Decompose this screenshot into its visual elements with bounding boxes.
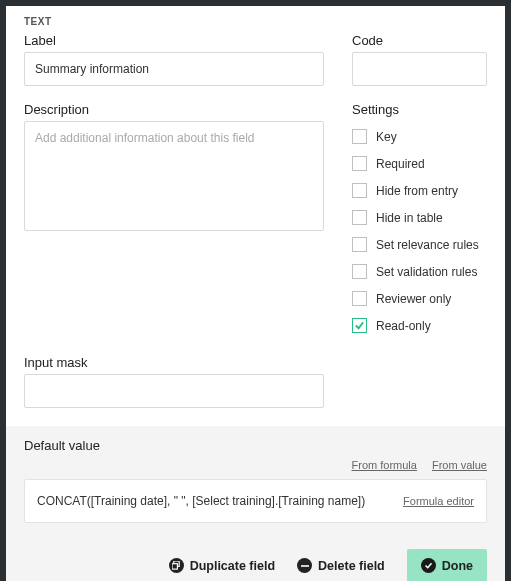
done-button[interactable]: Done	[407, 549, 487, 581]
svg-rect-2	[301, 565, 309, 567]
delete-field-button[interactable]: Delete field	[297, 558, 385, 573]
delete-label: Delete field	[318, 559, 385, 573]
done-label: Done	[442, 559, 473, 573]
checkbox[interactable]	[352, 291, 367, 306]
input-mask-input[interactable]	[24, 374, 324, 408]
code-title: Code	[352, 33, 487, 48]
formula-display: CONCAT([Training date], " ", [Select tra…	[24, 479, 487, 523]
description-input[interactable]	[24, 121, 324, 231]
from-value-link[interactable]: From value	[432, 459, 487, 471]
settings-item: Reviewer only	[352, 285, 487, 312]
duplicate-icon	[169, 558, 184, 573]
settings-item: Key	[352, 123, 487, 150]
check-icon	[421, 558, 436, 573]
svg-rect-1	[172, 564, 177, 569]
settings-item: Hide from entry	[352, 177, 487, 204]
checkbox-label: Required	[376, 157, 425, 171]
duplicate-label: Duplicate field	[190, 559, 275, 573]
checkbox[interactable]	[352, 129, 367, 144]
settings-item: Set relevance rules	[352, 231, 487, 258]
checkbox[interactable]	[352, 318, 367, 333]
field-type-label: TEXT	[24, 16, 487, 27]
description-title: Description	[24, 102, 324, 117]
delete-icon	[297, 558, 312, 573]
settings-title: Settings	[352, 102, 487, 117]
code-input[interactable]	[352, 52, 487, 86]
checkbox[interactable]	[352, 264, 367, 279]
checkbox-label: Reviewer only	[376, 292, 451, 306]
settings-item: Required	[352, 150, 487, 177]
formula-editor-link[interactable]: Formula editor	[403, 495, 474, 507]
checkbox-label: Key	[376, 130, 397, 144]
checkbox-label: Hide in table	[376, 211, 443, 225]
label-input[interactable]	[24, 52, 324, 86]
settings-item: Hide in table	[352, 204, 487, 231]
formula-text: CONCAT([Training date], " ", [Select tra…	[37, 494, 391, 508]
checkbox[interactable]	[352, 237, 367, 252]
field-editor-panel: TEXT Label Code Description Settings Key…	[6, 6, 505, 581]
checkbox-label: Hide from entry	[376, 184, 458, 198]
input-mask-title: Input mask	[24, 355, 487, 370]
settings-item: Set validation rules	[352, 258, 487, 285]
checkbox[interactable]	[352, 156, 367, 171]
from-formula-link[interactable]: From formula	[352, 459, 417, 471]
checkbox-label: Set validation rules	[376, 265, 477, 279]
checkbox[interactable]	[352, 183, 367, 198]
label-title: Label	[24, 33, 324, 48]
checkbox-label: Read-only	[376, 319, 431, 333]
default-value-title: Default value	[24, 438, 487, 453]
checkbox-label: Set relevance rules	[376, 238, 479, 252]
checkbox[interactable]	[352, 210, 367, 225]
settings-item: Read-only	[352, 312, 487, 339]
duplicate-field-button[interactable]: Duplicate field	[169, 558, 275, 573]
